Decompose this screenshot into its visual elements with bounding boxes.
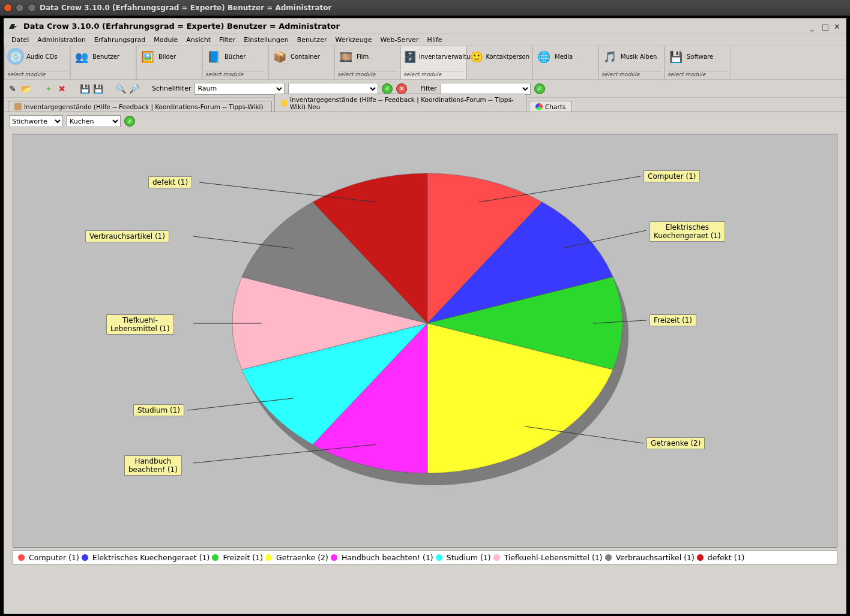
open-folder-icon[interactable]: 📂 — [21, 84, 31, 94]
tab-label: Inventargegenstände (Hilfe -- Feedback |… — [290, 96, 520, 110]
chart-icon — [535, 103, 543, 110]
slice-label-studium: Studium (1) — [133, 404, 184, 416]
box-icon: 📦 — [271, 48, 288, 65]
os-titlebar: Data Crow 3.10.0 (Erfahrungsgrad = Exper… — [0, 0, 850, 16]
tab-charts[interactable]: Charts — [529, 101, 572, 112]
module-buecher[interactable]: 📘Bücher select module — [202, 46, 268, 79]
module-film[interactable]: 🎞️Film select module — [334, 46, 400, 79]
book-icon: 📘 — [205, 48, 222, 65]
media-icon: 🌐 — [535, 48, 552, 65]
zoom-out-icon[interactable]: 🔎 — [129, 84, 139, 94]
star-icon — [281, 100, 288, 107]
filter-apply-button[interactable]: ✓ — [534, 83, 545, 94]
select-module-label[interactable]: select module — [601, 71, 662, 77]
tab-inventory[interactable]: Inventargegenstände (Hilfe -- Feedback |… — [8, 101, 272, 112]
slice-label-freizeit: Freizeit (1) — [650, 314, 696, 326]
menubar: Datei Administration Erfahrungsgrad Modu… — [4, 34, 846, 46]
module-media[interactable]: 🌐Media — [532, 46, 598, 79]
legend-swatch — [212, 554, 219, 561]
legend-swatch — [82, 554, 88, 561]
module-bilder[interactable]: 🖼️Bilder — [136, 46, 202, 79]
select-module-label[interactable]: select module — [403, 71, 463, 77]
module-label: Bücher — [225, 53, 246, 60]
legend-swatch — [697, 554, 704, 561]
module-label: Audio CDs — [26, 53, 58, 60]
app-titlebar: Data Crow 3.10.0 (Erfahrungsgrad = Exper… — [4, 19, 846, 34]
select-module-label[interactable]: select module — [7, 71, 67, 77]
os-minimize-button[interactable] — [16, 4, 24, 12]
filter-select[interactable] — [441, 83, 531, 95]
pie-chart — [13, 134, 837, 547]
module-container[interactable]: 📦Container — [268, 46, 334, 79]
filter-label: Filter — [420, 85, 436, 92]
quickfilter-apply-button[interactable]: ✓ — [382, 83, 393, 94]
menu-benutzer[interactable]: Benutzer — [294, 35, 331, 45]
slice-label-getraenke: Getraenke (2) — [647, 437, 705, 449]
legend-label: defekt (1) — [708, 553, 745, 562]
menu-werkzeuge[interactable]: Werkzeuge — [331, 35, 375, 45]
close-button[interactable]: ✕ — [834, 22, 842, 31]
contact-icon: 🙂 — [469, 48, 483, 65]
chart-field-select[interactable]: Stichworte — [9, 115, 63, 127]
music-icon: 🎵 — [601, 48, 618, 65]
module-label: Musik Alben — [621, 53, 657, 60]
legend-label: Elektrisches Kuechengeraet (1) — [92, 553, 210, 562]
slice-label-verbrauch: Verbrauchsartikel (1) — [85, 230, 169, 242]
select-module-label[interactable]: select module — [337, 71, 397, 77]
module-musik[interactable]: 🎵Musik Alben select module — [598, 46, 665, 79]
legend-label: Tiefkuehl-Lebensmittel (1) — [504, 553, 603, 562]
minimize-button[interactable]: _ — [810, 22, 818, 31]
module-audio-cds[interactable]: 💿Audio CDs select module — [4, 46, 70, 79]
menu-einstellungen[interactable]: Einstellungen — [240, 35, 292, 45]
select-module-label[interactable]: select module — [205, 71, 265, 77]
delete-icon[interactable]: ✖ — [57, 84, 67, 94]
quickfilter-clear-button[interactable]: ✕ — [396, 83, 407, 94]
tab-label: Charts — [545, 103, 565, 110]
slice-label-handbuch: Handbuch beachten! (1) — [124, 455, 182, 476]
legend-label: Getraenke (2) — [276, 553, 328, 562]
menu-administration[interactable]: Administration — [34, 35, 89, 45]
menu-webserver[interactable]: Web-Server — [377, 35, 423, 45]
menu-filter[interactable]: Filter — [216, 35, 239, 45]
users-icon: 👥 — [73, 48, 90, 65]
add-icon[interactable]: ＋ — [44, 84, 53, 94]
module-inventar[interactable]: 🗄️Inventarverwaltung select module — [400, 46, 466, 79]
legend-label: Studium (1) — [447, 553, 491, 562]
tab-inventory-new[interactable]: Inventargegenstände (Hilfe -- Feedback |… — [274, 94, 526, 112]
zoom-in-icon[interactable]: 🔍 — [116, 84, 125, 94]
os-close-button[interactable] — [4, 4, 12, 12]
menu-datei[interactable]: Datei — [8, 35, 32, 45]
legend-label: Verbrauchsartikel (1) — [616, 553, 695, 562]
legend-swatch — [605, 554, 612, 561]
legend-label: Freizeit (1) — [223, 553, 263, 562]
quickfilter-field-select[interactable]: Raum — [194, 83, 285, 95]
film-icon: 🎞️ — [337, 48, 354, 65]
module-label: Media — [555, 53, 573, 60]
quickfilter-label: Schnellfilter — [152, 85, 191, 92]
os-maximize-button[interactable] — [28, 4, 36, 12]
inventory-tab-icon — [14, 103, 22, 110]
menu-erfahrungsgrad[interactable]: Erfahrungsgrad — [91, 35, 149, 45]
maximize-button[interactable]: □ — [822, 22, 830, 31]
module-kontakt[interactable]: 🙂Kontaktperson — [466, 46, 532, 79]
menu-ansicht[interactable]: Ansicht — [182, 35, 214, 45]
cd-icon: 💿 — [7, 48, 24, 65]
select-module-label[interactable]: select module — [668, 71, 728, 77]
legend-label: Handbuch beachten! (1) — [342, 553, 433, 562]
app-title: Data Crow 3.10.0 (Erfahrungsgrad = Exper… — [23, 22, 340, 31]
save-icon[interactable]: 💾 — [80, 84, 89, 94]
wand-icon[interactable]: ✎ — [8, 84, 17, 94]
quickfilter-value-select[interactable] — [288, 83, 378, 95]
menu-module[interactable]: Module — [150, 35, 181, 45]
chart-generate-button[interactable]: ✓ — [124, 116, 135, 127]
chart-area: Computer (1) Elektrisches Kuechengeraet … — [13, 134, 837, 548]
module-benutzer[interactable]: 👥Benutzer — [70, 46, 136, 79]
save-all-icon[interactable]: 💾 — [93, 84, 103, 94]
software-icon: 💾 — [668, 48, 684, 65]
legend-swatch — [18, 554, 25, 561]
menu-hilfe[interactable]: Hilfe — [424, 35, 446, 45]
legend-swatch — [331, 554, 337, 561]
chart-controls: Stichworte Kuchen ✓ — [4, 112, 846, 130]
module-software[interactable]: 💾Software select module — [665, 46, 731, 79]
chart-type-select[interactable]: Kuchen — [67, 115, 121, 127]
